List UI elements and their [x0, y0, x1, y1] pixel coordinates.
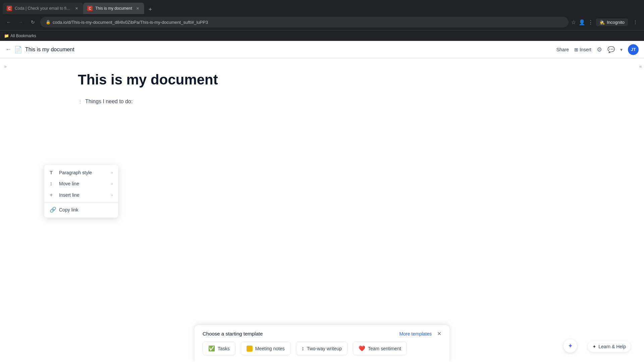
template-meeting-notes[interactable]: Meeting notes [241, 342, 290, 355]
template-bar-header: Choose a starting template More template… [203, 330, 441, 337]
back-button[interactable]: ← [5, 46, 11, 53]
paragraph-style-chevron: › [111, 170, 113, 175]
insert-icon: ⊞ [574, 47, 578, 52]
extensions-icon[interactable]: ⋮ [588, 19, 593, 25]
tab1-title: Coda | Check your email to fin... [15, 6, 71, 11]
team-sentiment-icon: ❤️ [359, 345, 365, 352]
copy-link-icon: 🔗 [50, 206, 56, 213]
address-actions: ☆ 👤 ⋮ [571, 19, 593, 25]
expand-icon[interactable]: ▾ [620, 47, 623, 52]
insert-line-label: Insert line [59, 192, 79, 198]
nav-forward-button[interactable]: → [16, 17, 25, 27]
app-bar: ← 📄 This is my document Share ⊞ Insert ⚙… [0, 41, 644, 58]
document-main-title: This is my document [78, 72, 570, 88]
tab-bar: C Coda | Check your email to fin... ✕ C … [0, 0, 644, 14]
menu-divider [44, 202, 118, 202]
doc-icon: 📄 [14, 46, 22, 54]
menu-item-left-3: + Insert line [50, 192, 79, 198]
incognito-badge: 🕵 Incognito [596, 18, 628, 26]
template-team-sentiment[interactable]: ❤️ Team sentiment [353, 342, 407, 355]
tab2-title: This is my document [95, 6, 132, 11]
line-text-1: Things I need to do: [85, 99, 132, 105]
tab-inactive[interactable]: C Coda | Check your email to fin... ✕ [3, 3, 83, 14]
doc-line-1: ⋮ Things I need to do: [78, 99, 570, 105]
template-bar-title: Choose a starting template [203, 331, 263, 337]
learn-help-icon: ✦ [592, 344, 596, 349]
document-title: This is my document [25, 47, 556, 53]
tab2-close[interactable]: ✕ [135, 6, 140, 11]
insert-button[interactable]: ⊞ Insert [574, 47, 591, 52]
template-close-button[interactable]: ✕ [437, 330, 441, 337]
menu-item-copy-link[interactable]: 🔗 Copy link [44, 204, 118, 216]
two-way-writeup-label: Two-way writeup [307, 346, 342, 351]
address-lock-icon: 🔒 [46, 20, 51, 24]
more-templates-button[interactable]: More templates [399, 331, 432, 337]
nav-back-button[interactable]: ← [4, 17, 13, 27]
template-bar: Choose a starting template More template… [195, 325, 449, 362]
meeting-notes-label: Meeting notes [255, 346, 285, 351]
left-panel-toggle[interactable]: » [0, 58, 11, 362]
right-panel-toggle[interactable]: « [637, 58, 644, 362]
menu-item-left: T Paragraph style [50, 170, 92, 175]
all-bookmarks[interactable]: 📁 All Bookmarks [4, 34, 36, 38]
share-button[interactable]: Share [556, 47, 569, 52]
insert-line-icon: + [50, 192, 56, 198]
learn-help-button[interactable]: ✦ Learn & Help [588, 341, 631, 352]
nav-refresh-button[interactable]: ↻ [28, 17, 38, 27]
context-menu: T Paragraph style › ↕ Move line › + Inse… [44, 165, 118, 218]
settings-icon[interactable]: ⚙ [597, 46, 602, 53]
move-line-label: Move line [59, 181, 79, 186]
comments-icon[interactable]: 💬 [607, 46, 615, 53]
avatar[interactable]: JT [628, 44, 639, 55]
paragraph-style-label: Paragraph style [59, 170, 92, 175]
bookmark-icon[interactable]: ☆ [571, 19, 576, 25]
paragraph-style-icon: T [50, 170, 56, 175]
bookmarks-label-text: All Bookmarks [10, 34, 36, 38]
incognito-label: Incognito [607, 20, 625, 25]
template-tasks[interactable]: ✅ Tasks [203, 342, 235, 355]
ai-icon: ✦ [568, 342, 573, 350]
menu-item-insert-line[interactable]: + Insert line › [44, 189, 118, 201]
tab2-favicon: C [87, 6, 93, 11]
menu-item-move-line[interactable]: ↕ Move line › [44, 178, 118, 189]
bookmarks-icon: 📁 [4, 34, 9, 38]
doc-content: This is my document ⋮ Things I need to d… [11, 58, 637, 362]
two-way-writeup-icon: ↕ [302, 346, 304, 352]
meeting-notes-icon [247, 346, 253, 352]
template-bar-actions: More templates ✕ [399, 330, 441, 337]
tasks-label: Tasks [218, 346, 230, 351]
address-url: coda.io/d/This-is-my-document_d84lv0ZibP… [53, 20, 563, 25]
new-tab-button[interactable]: + [146, 5, 155, 14]
learn-help-label: Learn & Help [598, 344, 626, 349]
insert-label: Insert [580, 47, 591, 52]
menu-item-left-2: ↕ Move line [50, 181, 79, 187]
browser-chrome: C Coda | Check your email to fin... ✕ C … [0, 0, 644, 41]
bookmarks-bar: 📁 All Bookmarks [0, 30, 644, 41]
menu-item-paragraph-style[interactable]: T Paragraph style › [44, 167, 118, 178]
tab-active[interactable]: C This is my document ✕ [83, 3, 144, 14]
tab1-close[interactable]: ✕ [74, 6, 79, 11]
move-line-chevron: › [111, 181, 113, 186]
move-line-icon: ↕ [50, 181, 56, 187]
menu-item-left-4: 🔗 Copy link [50, 206, 78, 213]
incognito-icon: 🕵 [599, 20, 605, 25]
app-actions: Share ⊞ Insert ⚙ 💬 ▾ JT [556, 44, 639, 55]
tasks-icon: ✅ [208, 345, 215, 352]
address-bar-row: ← → ↻ 🔒 coda.io/d/This-is-my-document_d8… [0, 14, 644, 30]
team-sentiment-label: Team sentiment [368, 346, 401, 351]
tab1-favicon: C [7, 6, 12, 11]
template-two-way-writeup[interactable]: ↕ Two-way writeup [296, 342, 347, 355]
template-items: ✅ Tasks Meeting notes ↕ Two-way writeup … [203, 342, 441, 355]
insert-line-chevron: › [111, 193, 113, 197]
profile-icon[interactable]: 👤 [579, 19, 585, 25]
browser-menu[interactable]: ⋮ [631, 17, 640, 27]
copy-link-label: Copy link [59, 207, 78, 213]
ai-button[interactable]: ✦ [564, 339, 577, 353]
content-wrapper: » This is my document ⋮ Things I need to… [0, 58, 644, 362]
line-handle[interactable]: ⋮ [78, 99, 83, 104]
address-bar[interactable]: 🔒 coda.io/d/This-is-my-document_d84lv0Zi… [40, 17, 569, 27]
